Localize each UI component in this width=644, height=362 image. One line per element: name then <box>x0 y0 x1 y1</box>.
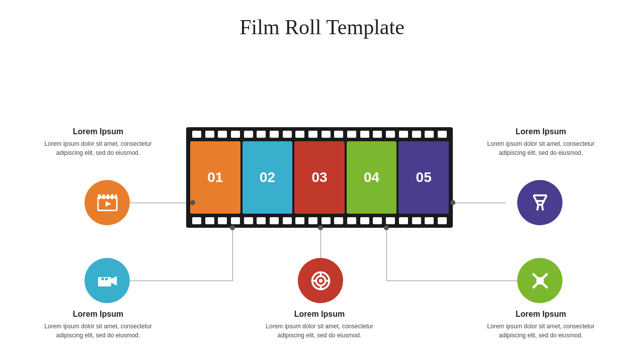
dot-frame-01 <box>190 200 195 205</box>
body-5: Lorem ipsum dolor sit amet, consectetur … <box>473 322 609 340</box>
svg-rect-3 <box>102 194 105 199</box>
perf <box>386 217 395 224</box>
perf <box>334 217 343 224</box>
icon-circle-2 <box>517 180 562 225</box>
perf <box>244 217 253 224</box>
perf <box>425 131 434 138</box>
frame-03: 03 <box>294 141 345 214</box>
dot-frame-04 <box>384 225 389 230</box>
perf <box>308 217 317 224</box>
body-3: Lorem ipsum dolor sit amet, consectetur … <box>30 322 166 340</box>
perf <box>192 217 201 224</box>
perf <box>347 217 356 224</box>
perf <box>295 217 304 224</box>
perf <box>270 131 279 138</box>
perf <box>412 131 421 138</box>
perf <box>218 131 227 138</box>
perf <box>347 131 356 138</box>
svg-line-12 <box>537 205 538 210</box>
frame-02: 02 <box>243 141 293 214</box>
perf <box>218 217 227 224</box>
perf <box>321 217 331 224</box>
heading-1: Lorem Ipsum <box>30 127 166 136</box>
perf <box>334 131 343 138</box>
svg-rect-5 <box>111 194 114 199</box>
icon-circle-5 <box>517 258 562 303</box>
svg-line-13 <box>542 205 543 210</box>
svg-marker-15 <box>111 276 117 286</box>
svg-rect-14 <box>98 277 111 287</box>
body-1: Lorem ipsum dolor sit amet, consectetur … <box>30 139 166 157</box>
connector-line-5h <box>386 281 518 281</box>
page-title: Film Roll Template <box>0 0 644 49</box>
icon-circle-3 <box>85 258 130 303</box>
svg-point-17 <box>105 277 108 280</box>
perf <box>360 217 369 224</box>
film-strip: 01 02 03 04 05 <box>186 127 453 228</box>
perf <box>425 217 434 224</box>
icon-circle-4 <box>298 258 343 303</box>
perf <box>373 131 382 138</box>
svg-point-20 <box>318 279 323 283</box>
svg-marker-1 <box>105 201 111 206</box>
text-block-5: Lorem Ipsum Lorem ipsum dolor sit amet, … <box>473 310 609 340</box>
perf <box>399 217 408 224</box>
perf <box>205 217 214 224</box>
perf <box>360 131 369 138</box>
svg-point-16 <box>101 277 104 280</box>
connector-line-5v <box>386 228 387 281</box>
film-tools-icon <box>529 269 551 292</box>
text-block-4: Lorem Ipsum Lorem ipsum dolor sit amet, … <box>252 310 387 340</box>
perforations-top <box>186 127 453 141</box>
perf <box>192 131 201 138</box>
frame-04: 04 <box>347 141 397 214</box>
perf <box>295 131 304 138</box>
perf <box>308 131 317 138</box>
icon-circle-1 <box>85 180 130 225</box>
perf <box>321 131 331 138</box>
perf <box>257 217 266 224</box>
svg-rect-4 <box>106 194 109 199</box>
connector-line-1 <box>130 203 191 203</box>
perf <box>205 131 214 138</box>
dot-frame-03 <box>318 225 323 230</box>
perf <box>283 131 292 138</box>
frames-container: 01 02 03 04 05 <box>186 141 453 214</box>
heading-2: Lorem Ipsum <box>473 127 609 136</box>
perf <box>257 131 266 138</box>
connector-line-3v <box>232 228 233 281</box>
frame-05: 05 <box>398 141 449 214</box>
body-2: Lorem ipsum dolor sit amet, consectetur … <box>473 139 609 157</box>
camera-icon <box>96 269 119 292</box>
frame-01: 01 <box>190 141 240 214</box>
dot-frame-02 <box>230 225 235 230</box>
perf <box>231 217 240 224</box>
text-block-3: Lorem Ipsum Lorem ipsum dolor sit amet, … <box>30 310 166 340</box>
perf <box>244 131 253 138</box>
perf <box>231 131 240 138</box>
dot-frame-05 <box>450 200 455 205</box>
perf <box>438 131 447 138</box>
svg-rect-6 <box>115 194 117 199</box>
perf <box>438 217 447 224</box>
perf <box>399 131 408 138</box>
director-chair-icon <box>529 192 551 214</box>
connector-line-2 <box>453 203 506 203</box>
perf <box>283 217 292 224</box>
text-block-1: Lorem Ipsum Lorem ipsum dolor sit amet, … <box>30 127 166 157</box>
perf <box>270 217 279 224</box>
perf <box>412 217 421 224</box>
main-content: 01 02 03 04 05 <box>0 49 644 361</box>
perf <box>386 131 395 138</box>
heading-5: Lorem Ipsum <box>473 310 609 319</box>
film-icon <box>96 192 119 214</box>
heading-3: Lorem Ipsum <box>30 310 166 319</box>
heading-4: Lorem Ipsum <box>252 310 387 319</box>
film-reel-icon <box>309 269 332 292</box>
body-4: Lorem ipsum dolor sit amet, consectetur … <box>252 322 387 340</box>
perf <box>373 217 382 224</box>
svg-rect-2 <box>98 194 101 199</box>
text-block-2: Lorem Ipsum Lorem ipsum dolor sit amet, … <box>473 127 609 157</box>
